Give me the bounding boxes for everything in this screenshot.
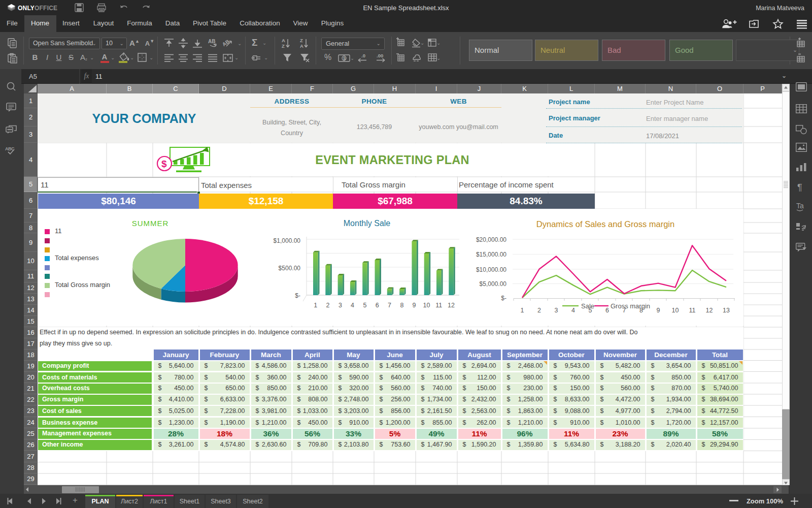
svg-text:$1,000.00: $1,000.00: [274, 237, 301, 244]
svg-text:12: 12: [706, 307, 713, 314]
svg-text:AB: AB: [208, 39, 215, 44]
svg-text:AB: AB: [221, 39, 230, 47]
svg-text:Z: Z: [300, 38, 303, 43]
svg-text:Gross margin: Gross margin: [611, 302, 650, 310]
svg-text:Sale: Sale: [581, 302, 594, 310]
svg-text:3: 3: [339, 302, 342, 309]
svg-text:⌄: ⌄: [436, 55, 441, 61]
svg-text:1: 1: [314, 302, 317, 309]
svg-text:.0: .0: [361, 53, 365, 58]
svg-text:10: 10: [672, 307, 679, 314]
svg-text:7: 7: [388, 302, 391, 309]
svg-text:⌄: ⌄: [238, 41, 242, 46]
svg-text:⌄: ⌄: [350, 55, 353, 61]
svg-text:$-: $-: [501, 295, 506, 302]
svg-text:¶: ¶: [797, 182, 802, 193]
svg-text:A: A: [300, 43, 303, 49]
svg-text:10: 10: [423, 302, 430, 309]
svg-text:⌄: ⌄: [436, 40, 441, 46]
svg-text:2: 2: [326, 302, 330, 309]
svg-text:11: 11: [435, 302, 442, 309]
svg-text:$15,000.00: $15,000.00: [476, 251, 506, 258]
svg-text:A: A: [282, 38, 285, 43]
svg-text:11: 11: [689, 307, 696, 314]
svg-text:5: 5: [363, 302, 367, 309]
svg-text:Ta: Ta: [796, 202, 804, 210]
svg-text:$20,000.00: $20,000.00: [476, 236, 506, 243]
svg-text:.00: .00: [377, 53, 383, 58]
svg-text:6: 6: [605, 307, 609, 314]
svg-text:$5,000.00: $5,000.00: [480, 280, 507, 288]
svg-text:$: $: [161, 158, 167, 169]
svg-text:9: 9: [413, 302, 416, 309]
svg-text:Z: Z: [282, 43, 285, 49]
svg-text:13: 13: [723, 307, 730, 314]
svg-text:$: $: [343, 56, 346, 61]
svg-text:3: 3: [555, 307, 558, 314]
svg-text:⌄: ⌄: [420, 40, 424, 46]
svg-text:8: 8: [400, 302, 403, 309]
svg-text:1: 1: [521, 307, 524, 314]
svg-text:$500.00: $500.00: [279, 265, 301, 272]
svg-text:9: 9: [657, 307, 660, 314]
svg-text:$-: $-: [295, 292, 300, 299]
svg-text:4: 4: [351, 302, 354, 309]
svg-text:$10,000.00: $10,000.00: [476, 266, 506, 273]
svg-text:4: 4: [571, 307, 575, 314]
svg-text:12: 12: [448, 302, 455, 309]
svg-text:6: 6: [376, 302, 379, 309]
svg-text:2: 2: [537, 307, 541, 314]
